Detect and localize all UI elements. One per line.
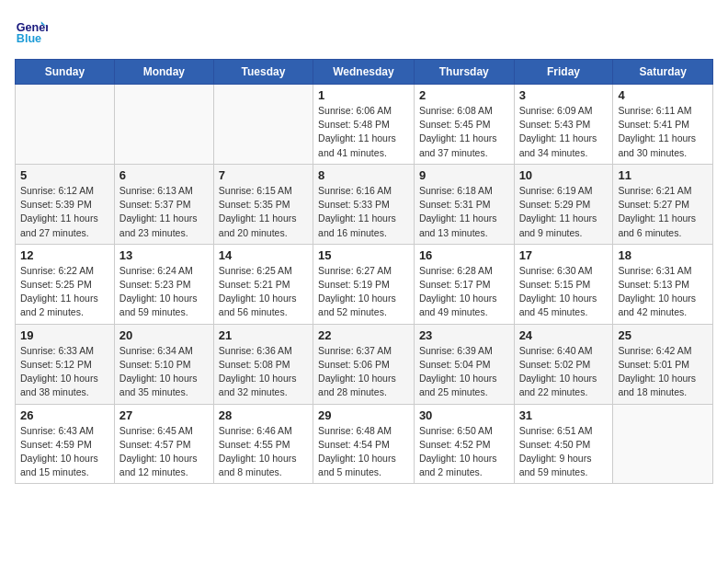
calendar-week-4: 19Sunrise: 6:33 AM Sunset: 5:12 PM Dayli… <box>16 324 713 404</box>
day-detail: Sunrise: 6:27 AM Sunset: 5:19 PM Dayligh… <box>318 264 409 320</box>
day-detail: Sunrise: 6:22 AM Sunset: 5:25 PM Dayligh… <box>20 264 109 320</box>
calendar-cell: 22Sunrise: 6:37 AM Sunset: 5:06 PM Dayli… <box>313 324 415 404</box>
weekday-header-row: SundayMondayTuesdayWednesdayThursdayFrid… <box>16 60 713 85</box>
weekday-monday: Monday <box>114 60 213 85</box>
day-detail: Sunrise: 6:18 AM Sunset: 5:31 PM Dayligh… <box>419 184 509 240</box>
day-detail: Sunrise: 6:09 AM Sunset: 5:43 PM Dayligh… <box>519 104 609 160</box>
day-detail: Sunrise: 6:33 AM Sunset: 5:12 PM Dayligh… <box>20 344 109 400</box>
calendar-cell: 10Sunrise: 6:19 AM Sunset: 5:29 PM Dayli… <box>514 164 613 244</box>
calendar-cell: 14Sunrise: 6:25 AM Sunset: 5:21 PM Dayli… <box>213 244 313 324</box>
day-detail: Sunrise: 6:13 AM Sunset: 5:37 PM Dayligh… <box>119 184 209 240</box>
day-detail: Sunrise: 6:45 AM Sunset: 4:57 PM Dayligh… <box>119 424 209 480</box>
day-detail: Sunrise: 6:48 AM Sunset: 4:54 PM Dayligh… <box>318 424 409 480</box>
day-number: 23 <box>419 328 509 342</box>
calendar-cell: 15Sunrise: 6:27 AM Sunset: 5:19 PM Dayli… <box>313 244 415 324</box>
day-number: 5 <box>20 168 109 182</box>
day-detail: Sunrise: 6:06 AM Sunset: 5:48 PM Dayligh… <box>318 104 409 160</box>
day-number: 8 <box>318 168 409 182</box>
calendar-cell: 13Sunrise: 6:24 AM Sunset: 5:23 PM Dayli… <box>114 244 213 324</box>
day-detail: Sunrise: 6:31 AM Sunset: 5:13 PM Dayligh… <box>618 264 708 320</box>
day-detail: Sunrise: 6:12 AM Sunset: 5:39 PM Dayligh… <box>20 184 109 240</box>
day-number: 27 <box>119 408 209 422</box>
day-number: 20 <box>119 328 209 342</box>
calendar-cell: 11Sunrise: 6:21 AM Sunset: 5:27 PM Dayli… <box>613 164 713 244</box>
day-number: 19 <box>20 328 109 342</box>
day-number: 24 <box>519 328 609 342</box>
day-number: 10 <box>519 168 609 182</box>
day-number: 30 <box>419 408 509 422</box>
day-number: 25 <box>618 328 708 342</box>
day-number: 22 <box>318 328 409 342</box>
calendar-cell: 6Sunrise: 6:13 AM Sunset: 5:37 PM Daylig… <box>114 164 213 244</box>
calendar-cell: 25Sunrise: 6:42 AM Sunset: 5:01 PM Dayli… <box>613 324 713 404</box>
day-number: 31 <box>519 408 609 422</box>
day-number: 3 <box>519 88 609 102</box>
calendar-cell: 18Sunrise: 6:31 AM Sunset: 5:13 PM Dayli… <box>613 244 713 324</box>
day-detail: Sunrise: 6:36 AM Sunset: 5:08 PM Dayligh… <box>219 344 308 400</box>
calendar-week-1: 1Sunrise: 6:06 AM Sunset: 5:48 PM Daylig… <box>16 85 713 165</box>
calendar-cell: 12Sunrise: 6:22 AM Sunset: 5:25 PM Dayli… <box>16 244 115 324</box>
calendar-cell: 4Sunrise: 6:11 AM Sunset: 5:41 PM Daylig… <box>613 85 713 165</box>
weekday-tuesday: Tuesday <box>213 60 313 85</box>
weekday-friday: Friday <box>514 60 613 85</box>
day-number: 26 <box>20 408 109 422</box>
day-number: 12 <box>20 248 109 262</box>
calendar-cell <box>613 404 713 484</box>
day-number: 9 <box>419 168 509 182</box>
weekday-thursday: Thursday <box>414 60 514 85</box>
calendar-week-5: 26Sunrise: 6:43 AM Sunset: 4:59 PM Dayli… <box>16 404 713 484</box>
weekday-sunday: Sunday <box>16 60 115 85</box>
calendar-table: SundayMondayTuesdayWednesdayThursdayFrid… <box>15 59 713 484</box>
calendar-cell: 29Sunrise: 6:48 AM Sunset: 4:54 PM Dayli… <box>313 404 415 484</box>
day-detail: Sunrise: 6:19 AM Sunset: 5:29 PM Dayligh… <box>519 184 609 240</box>
logo-icon: General Blue <box>15 15 48 48</box>
day-detail: Sunrise: 6:08 AM Sunset: 5:45 PM Dayligh… <box>419 104 509 160</box>
calendar-cell: 8Sunrise: 6:16 AM Sunset: 5:33 PM Daylig… <box>313 164 415 244</box>
calendar-cell: 17Sunrise: 6:30 AM Sunset: 5:15 PM Dayli… <box>514 244 613 324</box>
day-detail: Sunrise: 6:34 AM Sunset: 5:10 PM Dayligh… <box>119 344 209 400</box>
day-detail: Sunrise: 6:24 AM Sunset: 5:23 PM Dayligh… <box>119 264 209 320</box>
calendar-cell: 31Sunrise: 6:51 AM Sunset: 4:50 PM Dayli… <box>514 404 613 484</box>
day-number: 15 <box>318 248 409 262</box>
day-number: 14 <box>219 248 308 262</box>
day-detail: Sunrise: 6:46 AM Sunset: 4:55 PM Dayligh… <box>219 424 308 480</box>
day-detail: Sunrise: 6:39 AM Sunset: 5:04 PM Dayligh… <box>419 344 509 400</box>
calendar-cell: 19Sunrise: 6:33 AM Sunset: 5:12 PM Dayli… <box>16 324 115 404</box>
calendar-cell: 26Sunrise: 6:43 AM Sunset: 4:59 PM Dayli… <box>16 404 115 484</box>
day-detail: Sunrise: 6:50 AM Sunset: 4:52 PM Dayligh… <box>419 424 509 480</box>
calendar-cell: 2Sunrise: 6:08 AM Sunset: 5:45 PM Daylig… <box>414 85 514 165</box>
calendar-cell: 27Sunrise: 6:45 AM Sunset: 4:57 PM Dayli… <box>114 404 213 484</box>
day-number: 13 <box>119 248 209 262</box>
day-detail: Sunrise: 6:16 AM Sunset: 5:33 PM Dayligh… <box>318 184 409 240</box>
day-number: 18 <box>618 248 708 262</box>
weekday-wednesday: Wednesday <box>313 60 415 85</box>
day-detail: Sunrise: 6:15 AM Sunset: 5:35 PM Dayligh… <box>219 184 308 240</box>
day-detail: Sunrise: 6:40 AM Sunset: 5:02 PM Dayligh… <box>519 344 609 400</box>
weekday-saturday: Saturday <box>613 60 713 85</box>
calendar-cell: 24Sunrise: 6:40 AM Sunset: 5:02 PM Dayli… <box>514 324 613 404</box>
calendar-cell: 16Sunrise: 6:28 AM Sunset: 5:17 PM Dayli… <box>414 244 514 324</box>
calendar-cell <box>213 85 313 165</box>
day-number: 16 <box>419 248 509 262</box>
calendar-cell: 30Sunrise: 6:50 AM Sunset: 4:52 PM Dayli… <box>414 404 514 484</box>
calendar-cell: 20Sunrise: 6:34 AM Sunset: 5:10 PM Dayli… <box>114 324 213 404</box>
calendar-week-2: 5Sunrise: 6:12 AM Sunset: 5:39 PM Daylig… <box>16 164 713 244</box>
calendar-week-3: 12Sunrise: 6:22 AM Sunset: 5:25 PM Dayli… <box>16 244 713 324</box>
day-number: 11 <box>618 168 708 182</box>
calendar-cell: 7Sunrise: 6:15 AM Sunset: 5:35 PM Daylig… <box>213 164 313 244</box>
day-detail: Sunrise: 6:51 AM Sunset: 4:50 PM Dayligh… <box>519 424 609 480</box>
day-number: 6 <box>119 168 209 182</box>
calendar-cell: 5Sunrise: 6:12 AM Sunset: 5:39 PM Daylig… <box>16 164 115 244</box>
logo: General Blue <box>15 15 51 48</box>
svg-text:Blue: Blue <box>17 32 41 45</box>
day-number: 21 <box>219 328 308 342</box>
day-number: 7 <box>219 168 308 182</box>
calendar-body: 1Sunrise: 6:06 AM Sunset: 5:48 PM Daylig… <box>16 85 713 484</box>
calendar-cell: 3Sunrise: 6:09 AM Sunset: 5:43 PM Daylig… <box>514 85 613 165</box>
calendar-cell <box>114 85 213 165</box>
calendar-cell: 28Sunrise: 6:46 AM Sunset: 4:55 PM Dayli… <box>213 404 313 484</box>
day-number: 29 <box>318 408 409 422</box>
calendar-cell <box>16 85 115 165</box>
day-detail: Sunrise: 6:37 AM Sunset: 5:06 PM Dayligh… <box>318 344 409 400</box>
calendar-cell: 9Sunrise: 6:18 AM Sunset: 5:31 PM Daylig… <box>414 164 514 244</box>
